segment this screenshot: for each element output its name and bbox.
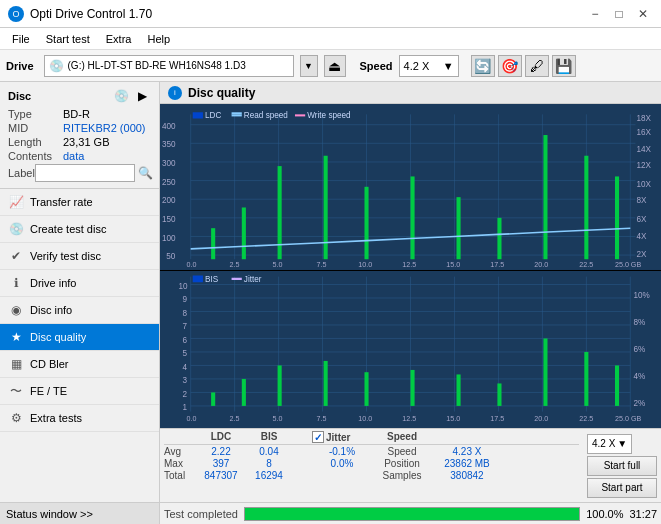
disc-panel-icon-1[interactable]: 💿: [112, 88, 130, 104]
svg-text:10X: 10X: [636, 180, 651, 189]
sidebar-item-cd-bler[interactable]: ▦ CD Bler: [0, 351, 159, 378]
jitter-check: ✓ Jitter: [312, 431, 372, 443]
drive-icon: 💿: [49, 59, 64, 73]
speed-dropdown-stats[interactable]: 4.2 X ▼: [587, 434, 632, 454]
close-button[interactable]: ✕: [633, 4, 653, 24]
app-icon: O: [8, 6, 24, 22]
sidebar-item-drive-info-label: Drive info: [30, 277, 76, 289]
menu-extra[interactable]: Extra: [98, 31, 140, 47]
toolbar-btn-1[interactable]: 🔄: [471, 55, 495, 77]
drive-dropdown-button[interactable]: ▼: [300, 55, 318, 77]
toolbar-btn-2[interactable]: 🎯: [498, 55, 522, 77]
max-position-val: 23862 MB: [432, 458, 502, 469]
disc-panel-icon-2[interactable]: ▶: [133, 88, 151, 104]
svg-text:25.0 GB: 25.0 GB: [615, 260, 641, 269]
drive-select[interactable]: 💿 (G:) HL-DT-ST BD-RE WH16NS48 1.D3: [44, 55, 294, 77]
max-ldc: 397: [196, 458, 246, 469]
start-part-button[interactable]: Start part: [587, 478, 657, 498]
disc-mid-row: MID RITEKBR2 (000): [8, 122, 151, 134]
toolbar-btn-save[interactable]: 💾: [552, 55, 576, 77]
disc-label-icon[interactable]: 🔍: [138, 166, 153, 180]
sidebar-item-verify-test-disc[interactable]: ✔ Verify test disc: [0, 243, 159, 270]
toolbar-btn-3[interactable]: 🖋: [525, 55, 549, 77]
sidebar-item-transfer-rate[interactable]: 📈 Transfer rate: [0, 189, 159, 216]
minimize-button[interactable]: −: [585, 4, 605, 24]
sidebar-item-extra-tests[interactable]: ⚙ Extra tests: [0, 405, 159, 432]
svg-text:5.0: 5.0: [272, 413, 282, 422]
transfer-rate-icon: 📈: [8, 194, 24, 210]
svg-rect-97: [584, 352, 588, 406]
speed-select[interactable]: 4.2 X ▼: [399, 55, 459, 77]
disc-type-row: Type BD-R: [8, 108, 151, 120]
total-samples-label: Samples: [372, 470, 432, 481]
drive-label: Drive: [6, 60, 34, 72]
svg-rect-125: [193, 275, 203, 282]
svg-text:9: 9: [182, 294, 187, 304]
avg-speed-val: 4.23 X: [432, 446, 502, 457]
svg-text:22.5: 22.5: [579, 260, 593, 269]
svg-text:10.0: 10.0: [358, 413, 372, 422]
avg-ldc: 2.22: [196, 446, 246, 457]
disc-contents-value: data: [63, 150, 84, 162]
col-bis: BIS: [246, 431, 292, 443]
svg-text:2X: 2X: [636, 250, 647, 259]
app-title: Opti Drive Control 1.70: [30, 7, 152, 21]
max-jitter: 0.0%: [312, 458, 372, 469]
svg-text:1: 1: [182, 402, 187, 412]
svg-text:BIS: BIS: [205, 273, 218, 283]
svg-text:20.0: 20.0: [534, 413, 548, 422]
status-window[interactable]: Status window >>: [0, 502, 159, 524]
sidebar-item-drive-info[interactable]: ℹ Drive info: [0, 270, 159, 297]
svg-rect-27: [497, 218, 501, 259]
sidebar-item-disc-info[interactable]: ◉ Disc info: [0, 297, 159, 324]
svg-text:8: 8: [182, 307, 187, 317]
menu-start-test[interactable]: Start test: [38, 31, 98, 47]
maximize-button[interactable]: □: [609, 4, 629, 24]
sidebar-item-create-test-disc[interactable]: 💿 Create test disc: [0, 216, 159, 243]
start-full-button[interactable]: Start full: [587, 456, 657, 476]
svg-text:4%: 4%: [633, 370, 645, 380]
disc-label-input[interactable]: [35, 164, 135, 182]
max-bis: 8: [246, 458, 292, 469]
svg-rect-59: [193, 112, 203, 118]
menu-file[interactable]: File: [4, 31, 38, 47]
svg-rect-98: [615, 365, 619, 405]
svg-rect-28: [543, 135, 547, 259]
btn-section: 4.2 X ▼ Start full Start part: [583, 431, 657, 500]
sidebar-item-fe-te[interactable]: 〜 FE / TE: [0, 378, 159, 405]
sidebar-item-disc-quality[interactable]: ★ Disc quality: [0, 324, 159, 351]
sidebar-item-disc-info-label: Disc info: [30, 304, 72, 316]
svg-text:5: 5: [182, 348, 187, 358]
progress-bar: [245, 508, 579, 520]
avg-bis: 0.04: [246, 446, 292, 457]
svg-rect-93: [411, 370, 415, 406]
menu-help[interactable]: Help: [139, 31, 178, 47]
svg-text:20.0: 20.0: [534, 260, 548, 269]
disc-type-label: Type: [8, 108, 63, 120]
stats-area: LDC BIS ✓ Jitter Speed Avg 2.22 0.04: [160, 428, 661, 502]
svg-rect-91: [324, 361, 328, 406]
svg-text:350: 350: [162, 140, 176, 149]
svg-rect-26: [457, 197, 461, 259]
svg-text:4: 4: [182, 361, 187, 371]
svg-text:Read speed: Read speed: [244, 111, 288, 120]
jitter-checkbox[interactable]: ✓: [312, 431, 324, 443]
svg-text:25.0 GB: 25.0 GB: [615, 413, 641, 422]
status-text: Test completed: [164, 508, 238, 520]
drive-info-icon: ℹ: [8, 275, 24, 291]
total-samples-val: 380842: [432, 470, 502, 481]
content-area: i Disc quality: [160, 82, 661, 524]
svg-text:12X: 12X: [636, 161, 651, 170]
disc-contents-label: Contents: [8, 150, 63, 162]
eject-button[interactable]: ⏏: [324, 55, 346, 77]
svg-rect-92: [364, 372, 368, 406]
svg-text:6%: 6%: [633, 343, 645, 353]
status-window-label: Status window >>: [6, 508, 93, 520]
svg-text:150: 150: [162, 215, 176, 224]
speed-label: Speed: [360, 60, 393, 72]
svg-rect-25: [411, 176, 415, 259]
col-spacer: [292, 431, 312, 443]
total-label: Total: [164, 470, 196, 481]
verify-test-disc-icon: ✔: [8, 248, 24, 264]
disc-panel-header: Disc 💿 ▶: [8, 88, 151, 104]
